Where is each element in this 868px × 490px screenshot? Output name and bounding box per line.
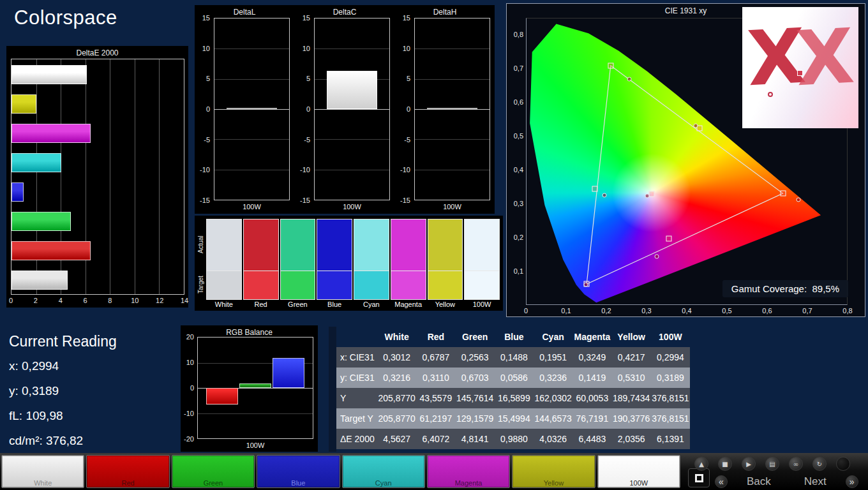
navigation-row: «BackNext» [715,475,858,489]
pattern-buttons: WhiteRedGreenBlueCyanMagentaYellow100W [1,455,680,488]
back-button[interactable]: Back [733,475,785,488]
target-swatch-red [243,271,279,300]
table-cell: 0,2994 [651,347,690,368]
target-swatch-green [280,271,316,300]
logo-square-mark [797,70,803,76]
gridline [315,139,389,140]
column-header: White [377,327,416,347]
table-cell: 162,0302 [534,388,572,408]
x-tick-label: 12 [156,297,163,304]
table-cell: 0,9880 [495,429,534,449]
pattern-button-cyan[interactable]: Cyan [342,455,425,488]
target-row-label: Target [196,271,205,299]
loop-button[interactable]: ∞ [789,457,803,471]
actual-swatch-green [280,219,316,271]
swatch-label: 100W [464,300,500,309]
table-cell: 0,3189 [651,368,690,388]
y-tick-label: 20 [186,333,194,341]
pattern-button-100w[interactable]: 100W [597,455,680,488]
current-reading-y: y: 0,3189 [9,384,117,398]
bottom-toolbar: WhiteRedGreenBlueCyanMagentaYellow100W ▲… [0,453,868,490]
rgb-balance-chart: RGB Balance 20100-10-20 100W [181,325,318,452]
table-cell: 6,1391 [651,429,690,449]
swatch-column-magenta: Magenta [391,219,426,309]
deltaC-y-axis: 151050-5-10-15 [295,18,311,200]
gridline [415,48,490,49]
deltaH-plot-area [414,18,490,200]
pattern-button-label: 100W [598,479,680,487]
rgb-balance-category-label: 100W [197,442,313,449]
y-tick-label: -10 [184,410,194,417]
y-tick-label: 0,7 [514,64,523,72]
colorspace-app: Colorspace DeltaE 2000 02468101214 Delta… [0,0,868,490]
x-tick-label: 0,2 [601,307,611,315]
deltae2000-chart: DeltaE 2000 02468101214 [6,46,188,308]
vendor-logo: X X [742,7,858,128]
chevron-up-button[interactable]: ▲ [694,457,708,471]
swatch-comparison-panel: Actual Target WhiteRedGreenBlueCyanMagen… [195,216,503,311]
actual-swatch-magenta [391,219,426,271]
rgb-balance-bar-blue [273,358,304,388]
deltaL-bar-100w [227,108,278,109]
target-swatch-cyan [354,271,389,300]
pattern-button-green[interactable]: Green [172,455,255,488]
y-tick-label: 10 [186,359,194,366]
gamut-coverage-badge: Gamut Coverage: 89,5% [722,280,848,297]
deltae-bar-white [11,271,68,289]
table-cell: 2,0356 [612,429,651,449]
x-tick-label: 4 [59,297,63,304]
table-cell: 76,7191 [572,408,611,429]
table-cell: 0,6703 [456,368,495,388]
deltae-bar-red [11,241,91,260]
back-arrow-button[interactable]: « [715,475,728,488]
column-header: Cyan [534,327,572,347]
column-header: 100W [651,327,690,347]
rgb-balance-bar-green [239,383,271,388]
pattern-button-yellow[interactable]: Yellow [512,455,595,488]
measurement-table-grid: WhiteRedGreenBlueCyanMagentaYellow100Wx:… [336,327,690,449]
swatch-label: Yellow [428,300,463,309]
x-tick-label: 0,1 [561,307,571,315]
y-tick-label: -15 [400,197,410,204]
current-reading: Current Reading x: 0,2994 y: 0,3189 fL: … [9,333,117,459]
y-tick-label: -20 [184,435,194,443]
measured-point [627,77,631,81]
deltaH-chart: DeltaH 151050-5-10-15 100W [395,5,495,214]
play-button[interactable]: ▶ [742,457,756,471]
y-tick-label: -10 [400,166,410,174]
x-tick-label: 2 [34,297,38,304]
table-cell: 0,3110 [416,368,455,388]
deltaC-chart: DeltaC 151050-5-10-15 100W [295,5,394,214]
pattern-button-white[interactable]: White [1,455,84,488]
table-cell: 0,2563 [456,347,495,368]
save-button[interactable]: ▤ [765,457,779,471]
table-cell: 6,4483 [572,429,611,449]
swatch-columns: WhiteRedGreenBlueCyanMagentaYellow100W [206,219,500,309]
pattern-button-magenta[interactable]: Magenta [427,455,510,488]
y-tick-label: 5 [306,75,310,82]
pattern-button-red[interactable]: Red [86,455,169,488]
y-tick-label: 10 [202,45,210,52]
deltaH-category-label: 100W [414,203,490,211]
refresh-button[interactable]: ↻ [812,457,827,471]
target-point [592,186,598,192]
x-tick-label: 0 [9,297,13,304]
deltae-bar-cyan [11,153,61,172]
gridline [315,48,389,49]
y-tick-label: 0,8 [514,31,523,38]
table-cell: 4,8141 [456,429,495,449]
indicator-button[interactable] [836,457,850,471]
pattern-window-button[interactable] [688,468,710,487]
deltae2000-plot-area [11,59,184,295]
pattern-button-blue[interactable]: Blue [257,455,340,488]
table-cell: 0,1488 [495,347,534,368]
stop-button[interactable]: ■ [718,457,732,471]
gridline [315,109,389,110]
rgb-balance-plot-area [197,337,313,439]
next-arrow-button[interactable]: » [846,475,858,488]
cie1931-chart: CIE 1931 xy 0,10,20,30,40,50,60,70,8 00,… [506,3,865,317]
actual-swatch-blue [317,219,352,271]
next-button[interactable]: Next [790,475,841,488]
x-tick-label: 0,3 [641,307,651,315]
table-cell: 61,2197 [416,408,455,429]
